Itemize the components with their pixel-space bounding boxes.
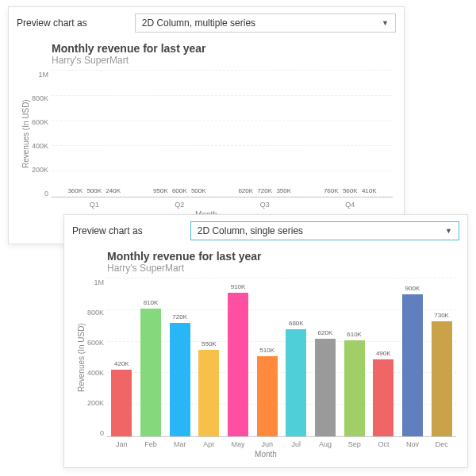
chart-subtitle: Harry's SuperMart: [52, 55, 393, 66]
y-axis-label: Revenues (In USD): [75, 278, 87, 437]
bar-value-label: 950K: [153, 187, 168, 194]
bar: 510K: [257, 356, 278, 436]
bar-value-label: 730K: [434, 312, 449, 319]
bar: 810K: [140, 309, 161, 436]
y-axis-ticks: 1M800K600K400K200K0: [87, 278, 107, 437]
bar: 680K: [286, 329, 306, 436]
x-axis-categories: JanFebMarAprMayJunJulAugSepOctNovDec: [107, 440, 456, 448]
chevron-down-icon: ▼: [445, 227, 452, 235]
preview-label: Preview chart as: [17, 17, 87, 29]
bar: 420K: [111, 370, 132, 436]
bar-value-label: 420K: [114, 360, 129, 367]
bar-value-label: 620K: [238, 187, 253, 194]
plot-area-single: 420K810K720K550K910K510K680K620K610K490K…: [107, 278, 456, 437]
chart-title: Monthly revenue for last year: [52, 42, 393, 55]
select-value: 2D Column, multiple series: [142, 17, 255, 29]
bar: 910K: [228, 293, 248, 436]
chart-type-select[interactable]: 2D Column, multiple series ▼: [135, 13, 396, 33]
x-axis-categories: Q1Q2Q3Q4: [52, 201, 393, 209]
panel-topbar: Preview chart as 2D Column, single serie…: [64, 215, 467, 247]
bar: 730K: [432, 321, 452, 436]
y-axis-label: Revenues (In USD): [20, 71, 32, 198]
bar-value-label: 760K: [324, 187, 339, 194]
bar-value-label: 720K: [257, 187, 272, 194]
bar: 720K: [170, 323, 190, 436]
bar-value-label: 720K: [172, 313, 187, 321]
chart-area: Monthly revenue for last year Harry's Su…: [9, 39, 404, 240]
bar-value-label: 600K: [172, 187, 187, 194]
bar-value-label: 550K: [202, 340, 217, 347]
y-axis-ticks: 1M800K600K400K200K0: [32, 71, 52, 198]
select-value: 2D Column, single series: [198, 225, 303, 236]
bar: 620K: [315, 339, 336, 436]
bar-value-label: 510K: [259, 347, 274, 354]
bar: 900K: [402, 294, 423, 436]
chevron-down-icon: ▼: [382, 19, 389, 27]
panel-topbar: Preview chart as 2D Column, multiple ser…: [9, 7, 404, 39]
bar-value-label: 810K: [144, 299, 159, 306]
bar-value-label: 900K: [405, 285, 420, 292]
bar-value-label: 560K: [343, 187, 358, 194]
bar-value-label: 620K: [318, 329, 333, 336]
x-axis-label: Month: [75, 450, 456, 459]
bar-value-label: 500K: [191, 187, 206, 194]
bar: 490K: [373, 359, 393, 437]
chart-title: Monthly revenue for last year: [107, 250, 456, 263]
plot-area-multi: 360K500K240K950K600K500K620K720K350K760K…: [52, 71, 393, 198]
chart-panel-single: Preview chart as 2D Column, single serie…: [63, 214, 468, 468]
chart-type-select[interactable]: 2D Column, single series ▼: [190, 221, 459, 240]
bar: 610K: [344, 340, 365, 436]
bar-value-label: 500K: [86, 187, 102, 194]
bar-value-label: 240K: [106, 187, 121, 194]
bar-value-label: 350K: [276, 187, 291, 194]
bar-value-label: 910K: [231, 283, 246, 290]
bar-value-label: 360K: [67, 187, 83, 194]
bar-value-label: 410K: [362, 187, 377, 194]
bar-value-label: 610K: [347, 331, 362, 338]
bar-value-label: 490K: [376, 350, 391, 357]
preview-label: Preview chart as: [72, 225, 143, 236]
chart-panel-multi: Preview chart as 2D Column, multiple ser…: [8, 6, 405, 244]
bar-value-label: 680K: [289, 320, 304, 327]
bar: 550K: [198, 350, 219, 436]
chart-subtitle: Harry's SuperMart: [107, 263, 456, 274]
chart-area: Monthly revenue for last year Harry's Su…: [64, 247, 467, 466]
